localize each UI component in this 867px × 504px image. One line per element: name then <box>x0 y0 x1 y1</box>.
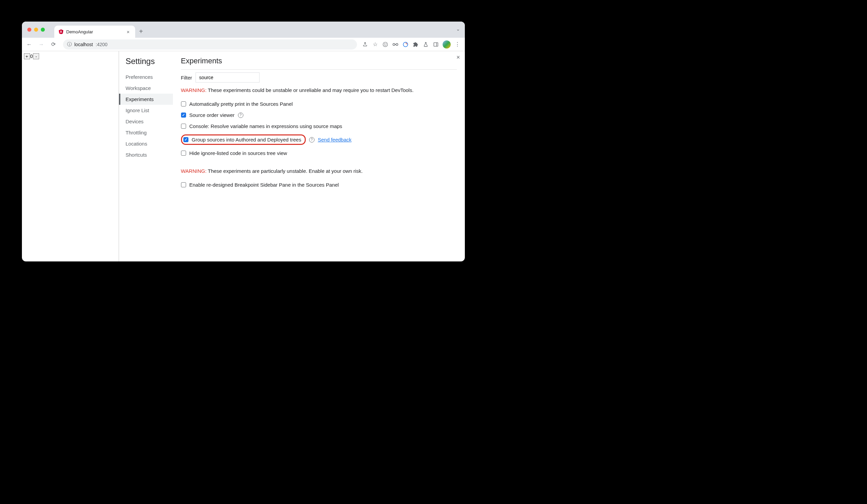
increment-button[interactable]: + <box>24 53 30 59</box>
side-panel-icon[interactable] <box>432 41 439 48</box>
experiment-console-resolve: Console: Resolve variable names in expre… <box>181 121 457 132</box>
page-content: + 0 - <box>22 51 119 261</box>
warning-prefix: WARNING: <box>181 87 207 93</box>
window-minimize-button[interactable] <box>34 28 38 32</box>
experiment-pretty-print: Automatically pretty print in the Source… <box>181 98 457 109</box>
close-icon[interactable]: × <box>457 54 460 61</box>
content-area: + 0 - × Settings Preferences Workspace E… <box>22 51 465 261</box>
incognito-icon[interactable] <box>382 41 389 48</box>
experiment-label: Automatically pretty print in the Source… <box>190 101 293 107</box>
experiment-label: Hide ignore-listed code in sources tree … <box>190 150 287 156</box>
settings-title: Settings <box>126 57 173 66</box>
settings-sidebar: Settings Preferences Workspace Experimen… <box>119 51 173 261</box>
window-maximize-button[interactable] <box>41 28 45 32</box>
experiment-hide-ignore: Hide ignore-listed code in sources tree … <box>181 147 457 159</box>
highlight-annotation: Group sources into Authored and Deployed… <box>181 134 306 145</box>
nav-item-shortcuts[interactable]: Shortcuts <box>126 149 173 160</box>
experiment-breakpoint-pane: Enable re-designed Breakpoint Sidebar Pa… <box>181 179 457 190</box>
labs-icon[interactable] <box>422 41 429 48</box>
tab-strip: DemoAngular × + ⌄ <box>22 22 465 38</box>
svg-point-2 <box>383 42 388 47</box>
browser-window: DemoAngular × + ⌄ ← → ⟳ ⓘ localhost:4200… <box>22 22 465 261</box>
checkbox-group-sources[interactable] <box>183 137 189 142</box>
experiment-label: Enable re-designed Breakpoint Sidebar Pa… <box>190 182 339 188</box>
settings-container: Settings Preferences Workspace Experimen… <box>119 51 465 261</box>
nav-item-locations[interactable]: Locations <box>126 138 173 149</box>
nav-item-throttling[interactable]: Throttling <box>126 127 173 138</box>
back-button[interactable]: ← <box>25 40 34 49</box>
checkbox-console-resolve[interactable] <box>181 124 186 129</box>
experiment-label: Console: Resolve variable names in expre… <box>190 123 342 129</box>
warning-text: These experiments are particularly unsta… <box>207 168 363 174</box>
chevron-down-icon[interactable]: ⌄ <box>456 26 460 32</box>
window-controls <box>25 28 47 32</box>
nav-item-devices[interactable]: Devices <box>126 116 173 127</box>
divider <box>181 69 457 70</box>
toolbar-actions: ☆ ⋮ <box>362 41 462 48</box>
warning-text: These experiments could be unstable or u… <box>207 87 414 93</box>
settings-main: Experiments Filter WARNING: These experi… <box>173 51 465 261</box>
nav-item-ignore-list[interactable]: Ignore List <box>126 105 173 116</box>
warning-risky: WARNING: These experiments are particula… <box>181 168 457 174</box>
checkbox-breakpoint-pane[interactable] <box>181 182 186 187</box>
experiment-label: Group sources into Authored and Deployed… <box>192 137 301 143</box>
nav-item-experiments[interactable]: Experiments <box>119 94 173 105</box>
feedback-link[interactable]: Send feedback <box>318 137 352 143</box>
url-port: :4200 <box>96 42 108 47</box>
profile-avatar[interactable] <box>442 41 451 48</box>
tab-close-button[interactable]: × <box>125 28 131 35</box>
browser-toolbar: ← → ⟳ ⓘ localhost:4200 ☆ ⋮ <box>22 38 465 51</box>
nav-item-workspace[interactable]: Workspace <box>126 83 173 94</box>
forward-button[interactable]: → <box>37 40 46 49</box>
nav-item-preferences[interactable]: Preferences <box>126 72 173 83</box>
warning-prefix: WARNING: <box>181 168 207 174</box>
bookmark-icon[interactable]: ☆ <box>372 41 378 48</box>
extensions-icon[interactable] <box>412 41 419 48</box>
experiment-label: Source order viewer <box>190 112 235 118</box>
glasses-icon[interactable] <box>392 41 399 48</box>
url-host: localhost <box>75 42 93 47</box>
checkbox-hide-ignore[interactable] <box>181 151 186 156</box>
counter-widget: + 0 - <box>24 53 117 59</box>
experiment-source-order: Source order viewer ? <box>181 109 457 121</box>
devtools-panel: × Settings Preferences Workspace Experim… <box>119 51 465 261</box>
tab-title: DemoAngular <box>66 29 123 34</box>
warning-unstable: WARNING: These experiments could be unst… <box>181 87 457 93</box>
help-icon[interactable]: ? <box>309 137 314 143</box>
browser-tab[interactable]: DemoAngular × <box>54 25 135 38</box>
share-icon[interactable] <box>362 41 368 48</box>
kebab-menu-icon[interactable]: ⋮ <box>454 41 461 48</box>
svg-rect-8 <box>434 42 438 46</box>
help-icon[interactable]: ? <box>238 112 243 118</box>
experiment-group-sources: Group sources into Authored and Deployed… <box>181 132 457 147</box>
page-title: Experiments <box>181 57 457 65</box>
reload-button[interactable]: ⟳ <box>49 40 58 49</box>
svg-point-4 <box>386 43 386 44</box>
checkbox-pretty-print[interactable] <box>181 101 186 107</box>
angular-icon <box>58 29 64 34</box>
filter-input[interactable] <box>195 73 259 83</box>
counter-value: 0 <box>30 54 33 59</box>
filter-label: Filter <box>181 75 192 80</box>
address-bar[interactable]: ⓘ localhost:4200 <box>63 40 357 50</box>
decrement-button[interactable]: - <box>33 53 39 59</box>
window-close-button[interactable] <box>27 28 31 32</box>
filter-row: Filter <box>181 73 457 83</box>
new-tab-button[interactable]: + <box>135 25 147 37</box>
lighthouse-icon[interactable] <box>402 41 409 48</box>
info-icon: ⓘ <box>67 42 72 47</box>
svg-point-6 <box>396 43 398 45</box>
svg-point-3 <box>384 43 385 44</box>
checkbox-source-order[interactable] <box>181 112 186 118</box>
svg-point-5 <box>393 43 395 45</box>
